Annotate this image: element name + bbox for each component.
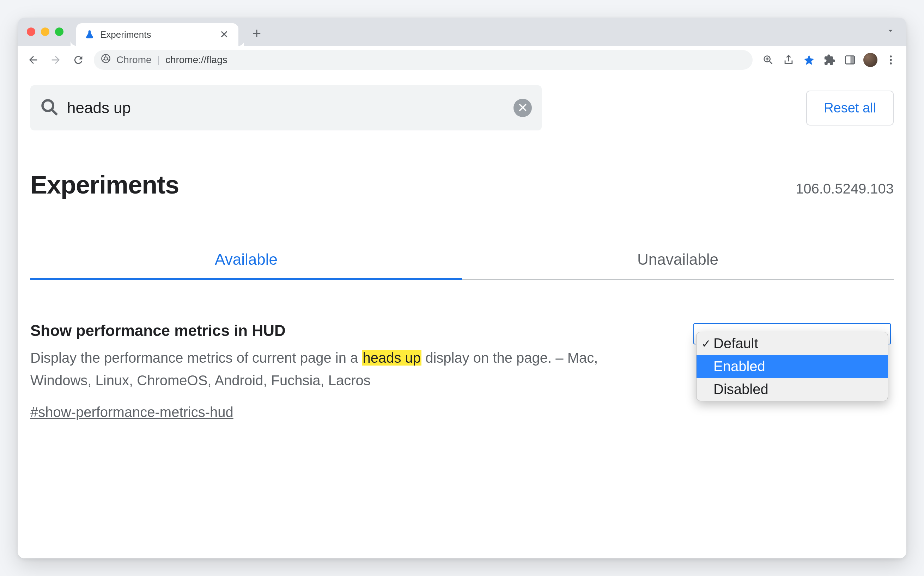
tab-available[interactable]: Available (30, 242, 462, 279)
dropdown-option[interactable]: Enabled (697, 355, 888, 378)
back-button[interactable] (23, 50, 43, 70)
page-title: Experiments (30, 170, 179, 199)
search-icon (40, 98, 59, 118)
flag-state-dropdown[interactable]: ✓DefaultEnabledDisabled (696, 332, 888, 401)
flag-anchor-link[interactable]: #show-performance-metrics-hud (30, 404, 234, 420)
flask-icon (85, 30, 94, 40)
flags-tabs: Available Unavailable (30, 242, 894, 280)
page-header: Experiments 106.0.5249.103 (30, 170, 894, 199)
forward-button[interactable] (46, 50, 66, 70)
flag-item: Show performance metrics in HUD Display … (30, 322, 894, 420)
search-row: ✕ Reset all (18, 74, 906, 142)
tab-overflow-icon[interactable] (886, 26, 895, 38)
search-highlight: heads up (362, 350, 421, 366)
svg-line-3 (770, 61, 772, 64)
dropdown-option-label: Enabled (713, 358, 765, 374)
dropdown-option[interactable]: Disabled (697, 378, 888, 401)
dropdown-option-label: Default (713, 336, 758, 351)
reload-button[interactable] (69, 50, 88, 70)
address-bar[interactable]: Chrome | chrome://flags (94, 50, 753, 70)
browser-menu-icon[interactable] (881, 50, 901, 70)
dropdown-option[interactable]: ✓Default (697, 332, 888, 355)
tab-title: Experiments (100, 29, 211, 40)
svg-point-11 (43, 101, 53, 111)
omnibox-separator: | (157, 54, 160, 66)
reset-all-button[interactable]: Reset all (806, 91, 894, 125)
page-content: ✕ Reset all Experiments 106.0.5249.103 A… (18, 74, 906, 558)
browser-window: Experiments ✕ + Chrome | chrome://flags (18, 18, 906, 558)
sidepanel-icon[interactable] (840, 50, 860, 70)
check-icon: ✓ (701, 337, 711, 350)
svg-point-8 (890, 55, 892, 58)
chrome-icon (101, 54, 111, 66)
toolbar-actions (758, 50, 901, 70)
bookmark-star-icon[interactable] (799, 50, 819, 70)
svg-point-10 (890, 62, 892, 64)
clear-search-icon[interactable]: ✕ (514, 99, 532, 117)
profile-avatar[interactable] (863, 53, 878, 67)
chrome-version: 106.0.5249.103 (796, 181, 894, 197)
svg-point-1 (104, 57, 107, 60)
dropdown-option-label: Disabled (713, 381, 769, 397)
zoom-icon[interactable] (758, 50, 778, 70)
svg-point-9 (890, 59, 892, 61)
svg-rect-7 (850, 56, 854, 64)
browser-tab[interactable]: Experiments ✕ (76, 23, 239, 46)
close-tab-icon[interactable]: ✕ (217, 28, 231, 41)
omnibox-label: Chrome (116, 54, 152, 66)
extensions-icon[interactable] (820, 50, 839, 70)
minimize-window-button[interactable] (41, 27, 50, 36)
flags-search-input[interactable] (67, 99, 505, 117)
fullscreen-window-button[interactable] (55, 27, 64, 36)
browser-toolbar: Chrome | chrome://flags (18, 46, 906, 74)
new-tab-button[interactable]: + (247, 24, 267, 43)
svg-line-12 (53, 110, 57, 115)
omnibox-url: chrome://flags (165, 54, 227, 66)
tab-unavailable[interactable]: Unavailable (462, 242, 894, 279)
flag-description: Display the performance metrics of curre… (30, 347, 609, 392)
share-icon[interactable] (779, 50, 798, 70)
tab-strip: Experiments ✕ + (18, 18, 906, 46)
window-controls (27, 27, 64, 36)
close-window-button[interactable] (27, 27, 35, 36)
flags-search-box[interactable]: ✕ (30, 85, 542, 130)
